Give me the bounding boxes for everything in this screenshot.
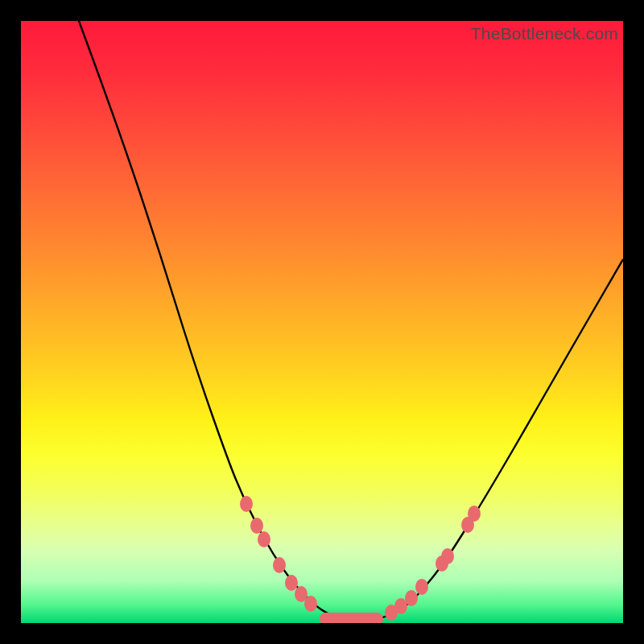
curve-dot [304,596,317,612]
flat-strip [320,613,383,623]
curve-dot [250,518,263,534]
plot-area: TheBottleneck.com [21,21,623,623]
curve-dot [405,590,418,606]
chart-frame: TheBottleneck.com [0,0,644,644]
curve-dot [273,557,286,573]
curve-dot [441,548,454,564]
curve-dot [240,496,253,512]
flat-bottom-marker [320,613,383,623]
curve-dot [258,531,270,547]
curve-dot [415,579,428,595]
curve-dot [468,506,481,522]
bottleneck-curve [79,21,623,620]
curve-svg [21,21,623,623]
curve-dot [285,575,298,591]
curve-markers [240,496,481,621]
